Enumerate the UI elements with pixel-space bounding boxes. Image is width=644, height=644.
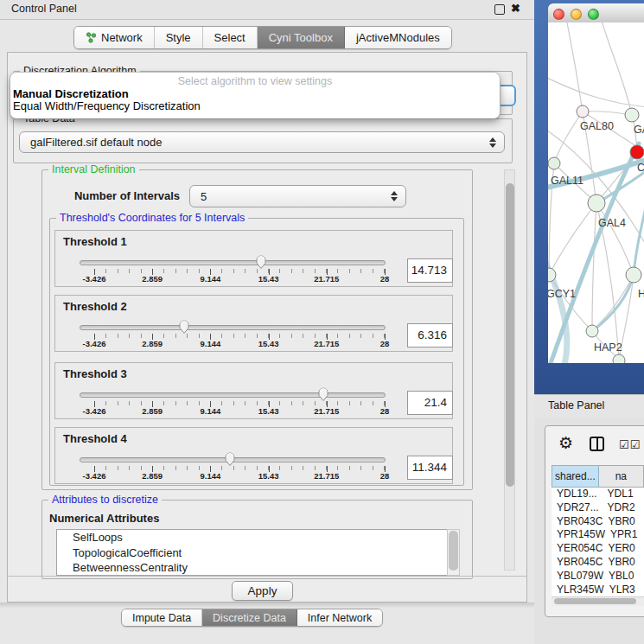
threshold-slider-track[interactable] (80, 392, 386, 398)
attribute-list-item[interactable]: SelfLoops (57, 530, 459, 545)
control-panel-titlebar (0, 0, 534, 20)
table-row[interactable]: YBR043C YBR0 (552, 515, 644, 529)
threshold-value-input[interactable]: 11.344 (407, 456, 453, 480)
table-row[interactable]: YDL19... YDL1 (552, 488, 644, 501)
table-row[interactable]: YER054C YER0 (552, 542, 644, 556)
divider-shadow (0, 603, 534, 608)
table-cell[interactable]: YER054C (552, 542, 603, 556)
attributes-group-title: Attributes to discretize (48, 494, 162, 506)
node-label: GCY1 (548, 288, 576, 300)
node-label: GAL80 (580, 120, 614, 132)
table-cell[interactable]: YBR0 (603, 515, 644, 529)
table-cell[interactable]: YBR045C (552, 556, 603, 570)
control-panel-tabbar: Network Style Select Cyni Toolbox jActiv… (73, 26, 452, 49)
threshold-slider-thumb[interactable] (255, 254, 268, 270)
float-window-icon[interactable] (494, 4, 505, 15)
attribute-list-item[interactable]: BetweennessCentrality (57, 560, 459, 576)
spinner-arrows-icon (489, 137, 496, 148)
table-row[interactable]: YLR345W YLR3 (552, 583, 644, 596)
close-traffic-light-icon[interactable] (553, 9, 564, 20)
threshold-slider-track[interactable] (80, 260, 386, 265)
table-cell[interactable]: YDL1 (603, 488, 644, 501)
table-cell[interactable]: YBL079W (552, 570, 603, 583)
slider-tick-labels: -3.426 2.859 9.144 15.43 21.715 28 (94, 274, 385, 284)
attribute-list-item[interactable]: TopologicalCoefficient (57, 545, 459, 561)
table-cell[interactable]: YDL19... (552, 488, 603, 501)
popup-option-equal-width[interactable]: Equal Width/Frequency Discretization (13, 99, 201, 112)
column-header-shared[interactable]: shared... (552, 465, 599, 488)
tab-network[interactable]: Network (74, 27, 155, 48)
threshold-slider-thumb[interactable] (177, 319, 190, 335)
popup-option-manual-discretization[interactable]: Manual Discretization (13, 87, 129, 100)
table-cell[interactable]: YLR3 (604, 583, 644, 596)
node-label: HAP2 (594, 341, 622, 354)
table-cell[interactable]: YLR345W (552, 583, 604, 596)
num-intervals-combobox[interactable]: 5 (189, 185, 406, 207)
table-cell[interactable]: YDR27... (552, 501, 603, 515)
control-panel-title: Control Panel (11, 3, 77, 15)
threshold-panel: Threshold 2 -3.426 2.859 9.144 15.43 21. (54, 295, 453, 352)
algorithm-popup-placeholder: Select algorithm to view settings (10, 75, 500, 87)
threshold-label: Threshold 4 (63, 432, 127, 445)
threshold-slider-track[interactable] (80, 325, 386, 330)
tab-infer-network[interactable]: Infer Network (297, 609, 382, 626)
network-window-titlebar[interactable] (548, 3, 644, 23)
attributes-list: SelfLoopsTopologicalCoefficientBetweenne… (56, 529, 460, 576)
gear-icon[interactable]: ⚙ (558, 433, 573, 453)
divider (7, 576, 527, 577)
tab-style[interactable]: Style (155, 27, 203, 48)
threshold-value-input[interactable]: 21.4 (407, 391, 453, 415)
slider-tick-labels: -3.426 2.859 9.144 15.43 21.715 28 (94, 339, 385, 349)
table-cell[interactable]: YBL0 (603, 570, 644, 583)
tab-jactivemnodules[interactable]: jActiveMNodules (345, 27, 451, 48)
network-node[interactable]: GA (625, 108, 644, 136)
node-label: GAL4 (598, 217, 626, 229)
node-label: C (637, 162, 644, 174)
network-node[interactable] (613, 354, 625, 363)
table-cell[interactable]: YPR145W (552, 528, 605, 542)
bottom-tabbar: Impute Data Discretize Data Infer Networ… (121, 609, 383, 627)
table-row[interactable]: YBL079W YBL0 (552, 570, 644, 583)
table-row[interactable]: YDR27... YDR2 (552, 501, 644, 515)
table-cell[interactable]: YBR0 (603, 556, 644, 570)
table-row[interactable]: YPR145W YPR1 (552, 528, 644, 542)
node-label: GAL11 (551, 175, 583, 187)
table-row[interactable]: YBR045C YBR0 (552, 556, 644, 570)
tab-cyni-toolbox[interactable]: Cyni Toolbox (258, 27, 345, 48)
table-cell[interactable]: YPR1 (605, 528, 644, 542)
threshold-value-input[interactable]: 14.713 (407, 258, 453, 283)
app-root: Control Panel ✖ Network Style Select Cyn… (0, 0, 644, 644)
minimize-traffic-light-icon[interactable] (571, 9, 582, 20)
threshold-value-input[interactable]: 6.316 (407, 323, 453, 348)
interval-definition-title: Interval Definition (48, 163, 139, 175)
threshold-label: Threshold 2 (63, 300, 127, 313)
network-canvas[interactable]: GAL80 GA C GAL11 GAL4 GCY1 (548, 22, 644, 363)
table-data-combobox[interactable]: galFiltered.sif default node (19, 131, 505, 153)
threshold-slider-thumb[interactable] (316, 386, 329, 402)
threshold-slider-thumb[interactable] (224, 451, 237, 467)
threshold-label: Threshold 3 (63, 367, 127, 380)
tab-discretize-data[interactable]: Discretize Data (202, 609, 297, 626)
zoom-traffic-light-icon[interactable] (588, 9, 599, 20)
network-icon (86, 32, 97, 43)
settings-scrollbar-thumb[interactable] (506, 183, 514, 487)
table-cell[interactable]: YER0 (603, 542, 644, 556)
tab-impute-data[interactable]: Impute Data (122, 609, 202, 626)
attributes-scrollbar-thumb[interactable] (449, 531, 458, 571)
tab-select[interactable]: Select (203, 27, 258, 48)
table-hscrollbar-thumb[interactable] (554, 598, 636, 604)
node-label: H (638, 288, 644, 300)
num-intervals-label: Number of Intervals (61, 189, 180, 202)
split-columns-icon[interactable] (590, 437, 604, 451)
close-icon[interactable]: ✖ (511, 2, 520, 15)
table-cell[interactable]: YBR043C (552, 515, 603, 529)
table-cell[interactable]: YDR2 (603, 501, 644, 515)
apply-button[interactable]: Apply (232, 581, 293, 601)
column-header-name[interactable]: na (599, 465, 644, 488)
checkboxes-icon[interactable]: ☑☑ (619, 438, 641, 451)
table-body: YDL19... YDL1 YDR27... YDR2 YBR043C YBR0… (552, 488, 644, 596)
network-node[interactable]: GAL80 (577, 105, 614, 132)
slider-tick-labels: -3.426 2.859 9.144 15.43 21.715 28 (94, 406, 385, 417)
slider-tick-labels: -3.426 2.859 9.144 15.43 21.715 28 (94, 471, 385, 481)
num-intervals-value: 5 (201, 190, 207, 203)
